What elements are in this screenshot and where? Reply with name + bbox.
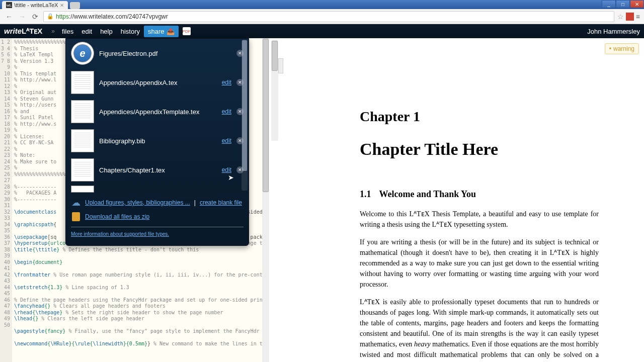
share-icon: 📤 <box>167 28 175 35</box>
file-row[interactable]: e Figures/Electron.pdf ✕ <box>66 39 249 68</box>
chapter-label: Chapter 1 <box>360 109 599 125</box>
menu-separator: » <box>51 28 55 35</box>
back-button[interactable]: ← <box>4 12 14 22</box>
menu-share[interactable]: share 📤 <box>144 26 179 37</box>
file-edit-link[interactable]: edit <box>222 166 231 173</box>
paragraph: Welcome to this LᴬTᴇX Thesis Template, a… <box>360 209 599 230</box>
browser-toolbar: ← → ⟳ 🔒 https://www.writelatex.com/24074… <box>0 9 644 24</box>
tab-close-icon[interactable]: ✕ <box>60 3 64 8</box>
file-name: Chapters/Chapter1.tex <box>99 166 217 174</box>
editor-scroll-thumb[interactable] <box>263 39 269 192</box>
files-scrollbar[interactable] <box>242 40 248 191</box>
footer-separator: | <box>194 199 196 206</box>
upload-icon: ☁ <box>71 198 81 208</box>
upload-link[interactable]: Upload figures, styles, bibliographies .… <box>85 199 190 206</box>
preview-pane: • warning Chapter 1 Chapter Title Here 1… <box>269 38 644 362</box>
maximize-button[interactable]: □ <box>616 0 630 8</box>
paragraph: If you are writing a thesis (or will be … <box>360 237 599 290</box>
file-thumbnail-tex <box>71 186 94 193</box>
tab-title: \ttitle - writeLaTeX <box>14 2 58 8</box>
chapter-title: Chapter Title Here <box>360 140 599 159</box>
file-thumbnail-tex <box>71 158 94 182</box>
menu-history[interactable]: history <box>117 26 144 37</box>
url-path: ://www.writelatex.com/240747vpvgwr <box>69 13 168 20</box>
extension-icon[interactable] <box>626 13 634 21</box>
warning-button[interactable]: • warning <box>605 43 639 54</box>
file-name: Figures/Electron.pdf <box>99 50 231 57</box>
tab-favicon: wL <box>6 2 12 8</box>
paragraph: LᴬTᴇX is easily able to professionally t… <box>360 297 599 362</box>
pdf-icon[interactable]: PDF <box>183 27 191 35</box>
user-name[interactable]: John Hammersley <box>587 28 640 35</box>
files-dropdown: e Figures/Electron.pdf ✕ Appendices/Appe… <box>65 38 249 246</box>
file-row[interactable]: Chapters/Chapter1.tex edit ✕ <box>66 155 249 185</box>
section-title: Welcome and Thank You <box>379 189 476 199</box>
browser-tab[interactable]: wL \ttitle - writeLaTeX ✕ <box>2 1 68 9</box>
file-row-partial[interactable] <box>66 185 249 193</box>
file-row[interactable]: Appendices/AppendixA.tex edit ✕ <box>66 68 249 97</box>
file-edit-link[interactable]: edit <box>222 137 231 144</box>
section-number: 1.1 <box>360 189 371 199</box>
create-blank-link[interactable]: create blank file <box>200 199 242 206</box>
logo[interactable]: writeLᴬTᴇX <box>4 27 42 36</box>
file-thumbnail-pdf: e <box>71 42 94 65</box>
download-zip-link[interactable]: Download all files as zip <box>85 213 149 220</box>
menu-edit[interactable]: edit <box>77 26 96 37</box>
url-protocol: https <box>56 13 69 20</box>
bookmark-icon[interactable]: ☆ <box>617 13 624 21</box>
minimize-button[interactable]: _ <box>602 0 616 8</box>
section-header: 1.1Welcome and Thank You <box>360 189 599 200</box>
files-scroll-thumb[interactable] <box>242 40 247 171</box>
address-bar[interactable]: 🔒 https://www.writelatex.com/240747vpvgw… <box>43 11 614 22</box>
file-edit-link[interactable]: edit <box>222 79 231 86</box>
file-name: Bibliography.bib <box>99 137 217 145</box>
window-close-button[interactable]: ✕ <box>630 0 644 8</box>
supported-types-link[interactable]: More information about supported file ty… <box>71 231 169 237</box>
document-preview: Chapter 1 Chapter Title Here 1.1Welcome … <box>279 38 644 362</box>
file-name: Appendices/AppendixTemplate.tex <box>99 108 217 116</box>
file-thumbnail-tex <box>71 100 94 123</box>
file-name: Appendices/AppendixA.tex <box>99 79 217 86</box>
editor-scrollbar[interactable] <box>262 38 269 362</box>
file-row[interactable]: Bibliography.bib edit ✕ <box>66 126 249 155</box>
menu-help[interactable]: help <box>96 26 117 37</box>
file-edit-link[interactable]: edit <box>222 108 231 115</box>
zip-icon <box>71 212 81 222</box>
file-row[interactable]: Appendices/AppendixTemplate.tex edit ✕ <box>66 97 249 126</box>
forward-button[interactable]: → <box>17 12 27 22</box>
cursor-icon: ➤ <box>228 173 234 182</box>
file-thumbnail-tex <box>71 71 94 94</box>
preview-scrollbar[interactable] <box>271 40 278 141</box>
new-tab-button[interactable] <box>70 2 80 9</box>
window-titlebar: wL \ttitle - writeLaTeX ✕ _ □ ✕ <box>0 0 644 9</box>
app-header: writeLᴬTᴇX » files edit help history sha… <box>0 24 644 38</box>
browser-menu-icon[interactable]: ≡ <box>636 13 640 21</box>
preview-scroll-thumb[interactable] <box>272 41 278 71</box>
line-gutter: 1 2 3 4 5 6 7 8 9 10 11 12 13 14 15 16 1… <box>0 38 12 362</box>
lock-icon: 🔒 <box>47 13 54 20</box>
menu-files[interactable]: files <box>58 26 77 37</box>
preview-expand-handle[interactable] <box>278 58 283 73</box>
reload-button[interactable]: ⟳ <box>30 12 40 22</box>
file-thumbnail-tex <box>71 129 94 152</box>
footer-divider <box>71 227 244 227</box>
